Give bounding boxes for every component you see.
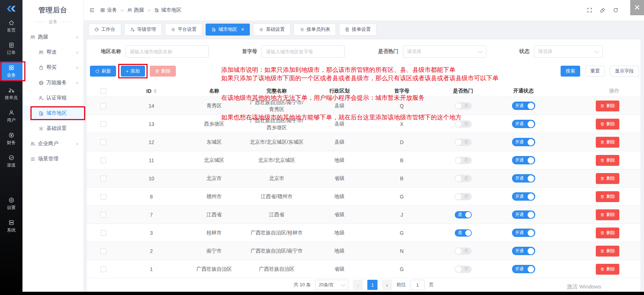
- prev-page-button[interactable]: ‹: [353, 280, 363, 290]
- refresh-page-icon[interactable]: [613, 7, 619, 13]
- breadcrumb-item-business[interactable]: 业务: [100, 7, 117, 13]
- fullscreen-icon[interactable]: [587, 7, 593, 13]
- row-checkbox[interactable]: [100, 266, 106, 272]
- sidebar-item-enterprise-merchant[interactable]: 企业商户∨: [22, 136, 83, 151]
- tab-basic-settings[interactable]: 基础设置: [253, 24, 290, 36]
- sidebar-item-errand[interactable]: 跑腿∧: [22, 29, 83, 45]
- sidebar-item-help-deliver[interactable]: 帮送∨: [22, 45, 83, 60]
- status-toggle[interactable]: 开通: [512, 192, 535, 201]
- next-page-button[interactable]: ›: [382, 280, 392, 290]
- select-all-checkbox[interactable]: [100, 88, 106, 94]
- tab-platform-settings[interactable]: 平台设置: [165, 24, 202, 36]
- status-select[interactable]: 请选择: [534, 45, 603, 58]
- row-checkbox[interactable]: [100, 176, 106, 181]
- row-checkbox[interactable]: [100, 157, 106, 163]
- page-size-select[interactable]: 20条/页: [315, 280, 348, 290]
- delete-button[interactable]: 删除: [596, 155, 619, 166]
- status-toggle[interactable]: 开通: [512, 102, 535, 110]
- hot-toggle[interactable]: 否: [455, 247, 472, 255]
- trash-icon: [600, 158, 604, 163]
- bottom-black-strip: [0, 292, 644, 295]
- tab-order-settings[interactable]: 接单设置: [339, 24, 376, 36]
- rail-item-home[interactable]: 首页: [0, 17, 22, 35]
- row-checkbox-cell: [87, 210, 120, 219]
- search-button[interactable]: 搜索: [561, 66, 580, 77]
- hot-toggle[interactable]: 否: [455, 157, 472, 164]
- rail-item-couriers[interactable]: 接单员: [0, 85, 22, 103]
- initial-input[interactable]: [261, 45, 345, 58]
- cell-level: 县级: [308, 138, 371, 147]
- rail-item-orders[interactable]: 订单: [0, 40, 22, 58]
- status-toggle[interactable]: 开通: [512, 156, 535, 164]
- window-close-button[interactable]: ✕: [630, 0, 644, 15]
- add-button[interactable]: + 添加: [121, 66, 145, 77]
- delete-button[interactable]: 删除: [596, 246, 619, 257]
- status-toggle[interactable]: 开通: [512, 210, 535, 219]
- batch-delete-button[interactable]: 删除: [150, 66, 176, 77]
- refresh-button[interactable]: 刷新: [90, 66, 116, 77]
- delete-button[interactable]: 删除: [596, 228, 619, 238]
- sidebar-item-basic-settings[interactable]: 基础设置: [22, 121, 83, 136]
- status-toggle[interactable]: 开通: [512, 247, 535, 255]
- rail-item-users[interactable]: 用户: [0, 107, 22, 125]
- column-header-id[interactable]: ID: [120, 87, 183, 95]
- is-hot-select[interactable]: 请选择: [403, 45, 486, 58]
- sidebar-item-universal-service[interactable]: 万能服务∨: [22, 75, 83, 90]
- breadcrumb-item-city-region[interactable]: 城市地区: [154, 7, 181, 13]
- delete-button[interactable]: 删除: [596, 101, 619, 111]
- sidebar-item-auth-review[interactable]: 认证审核: [22, 90, 83, 106]
- delete-button[interactable]: 删除: [596, 173, 619, 184]
- rail-item-finance[interactable]: 财务: [0, 130, 22, 148]
- goto-page-input[interactable]: [410, 280, 425, 290]
- tab-close-icon[interactable]: ×: [241, 27, 244, 32]
- breadcrumb-item-errand[interactable]: 跑腿: [127, 7, 144, 13]
- rail-item-settings[interactable]: 设置: [0, 195, 22, 213]
- row-checkbox[interactable]: [100, 121, 106, 127]
- row-checkbox[interactable]: [100, 230, 106, 236]
- status-toggle[interactable]: 开通: [512, 120, 535, 128]
- row-checkbox[interactable]: [100, 212, 106, 218]
- tab-workbench[interactable]: 工作台: [88, 24, 121, 36]
- delete-button[interactable]: 删除: [596, 209, 619, 220]
- status-toggle[interactable]: 开通: [512, 174, 535, 183]
- delete-label: 删除: [606, 103, 615, 109]
- rail-item-channels[interactable]: 渠道: [0, 152, 22, 170]
- reset-button[interactable]: 重置: [585, 66, 605, 77]
- row-checkbox[interactable]: [100, 248, 106, 254]
- hot-toggle[interactable]: 是: [455, 229, 472, 237]
- hot-toggle[interactable]: 否: [455, 139, 472, 146]
- delete-button[interactable]: 删除: [596, 119, 619, 130]
- theme-icon[interactable]: [600, 7, 606, 13]
- cell-initial: Q: [371, 102, 433, 110]
- row-checkbox[interactable]: [100, 139, 106, 145]
- sort-icons[interactable]: [154, 89, 157, 93]
- region-name-input[interactable]: [125, 45, 209, 58]
- rail-item-system[interactable]: 系统: [0, 217, 22, 235]
- sidebar-collapse-icon[interactable]: [89, 7, 95, 13]
- hot-toggle[interactable]: 否: [455, 175, 472, 182]
- hot-toggle[interactable]: 否: [455, 102, 472, 110]
- delete-button[interactable]: 删除: [596, 264, 619, 275]
- hot-toggle[interactable]: 否: [455, 193, 472, 200]
- show-fields-button[interactable]: 显示字段: [610, 66, 639, 77]
- row-checkbox[interactable]: [100, 103, 106, 109]
- page-1-button[interactable]: 1: [367, 280, 377, 290]
- sidebar-item-help-buy[interactable]: 帮买∨: [22, 60, 83, 75]
- hot-toggle[interactable]: 否: [455, 266, 472, 273]
- status-toggle[interactable]: 开通: [512, 265, 535, 273]
- status-toggle[interactable]: 开通: [512, 138, 535, 146]
- sort-desc-icon[interactable]: [154, 91, 157, 93]
- hot-toggle[interactable]: 是: [455, 211, 472, 218]
- sidebar-item-city-region[interactable]: 城市地区: [22, 106, 83, 121]
- delete-button[interactable]: 删除: [596, 191, 619, 202]
- status-toggle[interactable]: 开通: [512, 229, 535, 237]
- row-checkbox[interactable]: [100, 194, 106, 200]
- delete-button[interactable]: 删除: [596, 137, 619, 148]
- rail-item-business[interactable]: 业务: [0, 62, 22, 80]
- sort-asc-icon[interactable]: [154, 89, 157, 91]
- sidebar-item-scene-management[interactable]: 场景管理: [22, 151, 83, 167]
- tab-city-region[interactable]: 城市地区×: [206, 24, 250, 36]
- tab-courier-list[interactable]: 接单员列表: [294, 24, 336, 36]
- tab-level-management[interactable]: 等级管理: [124, 24, 162, 36]
- hot-toggle[interactable]: 否: [455, 120, 472, 128]
